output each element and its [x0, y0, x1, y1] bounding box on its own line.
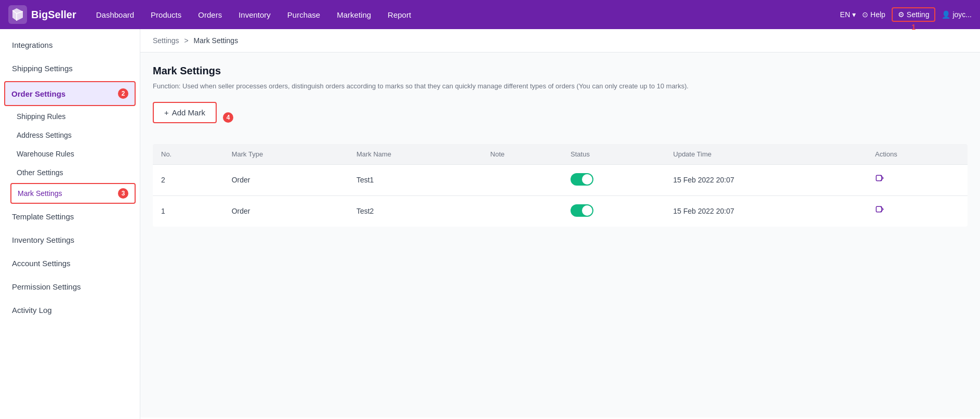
- status-toggle-2[interactable]: [571, 204, 593, 217]
- add-mark-button[interactable]: + Add Mark: [153, 102, 217, 123]
- breadcrumb-separator: >: [184, 36, 188, 45]
- chevron-down-icon: ▾: [852, 10, 856, 19]
- breadcrumb: Settings > Mark Settings: [140, 29, 980, 53]
- main-content: Settings > Mark Settings Mark Settings F…: [140, 29, 980, 419]
- status-toggle-1[interactable]: [571, 173, 593, 186]
- sidebar-item-shipping-settings[interactable]: Shipping Settings: [0, 57, 140, 80]
- user-menu[interactable]: 👤 joyc...: [942, 10, 972, 19]
- col-mark-type: Mark Type: [223, 144, 348, 165]
- language-selector[interactable]: EN ▾: [840, 10, 856, 19]
- cell-update-time-2: 15 Feb 2022 20:07: [665, 195, 867, 227]
- col-no: No.: [153, 144, 223, 165]
- callout-2: 2: [118, 88, 128, 99]
- bigseller-logo-icon: [8, 5, 27, 24]
- help-button[interactable]: ⊙ Help: [862, 10, 885, 19]
- cell-mark-type-2: Order: [223, 195, 348, 227]
- cell-note-2: [482, 195, 563, 227]
- cell-mark-type-1: Order: [223, 164, 348, 195]
- table-header: No. Mark Type Mark Name Note Status Upda…: [153, 144, 968, 165]
- cell-mark-name-2: Test2: [348, 195, 482, 227]
- table-body: 2 Order Test1 15 Feb 2022 20:07: [153, 164, 968, 227]
- col-status: Status: [562, 144, 665, 165]
- nav-dashboard[interactable]: Dashboard: [89, 6, 141, 23]
- sidebar-item-other-settings[interactable]: Other Settings: [0, 163, 140, 182]
- sidebar-item-permission-settings[interactable]: Permission Settings: [0, 275, 140, 298]
- col-note: Note: [482, 144, 563, 165]
- setting-button[interactable]: ⚙ Setting 1: [892, 7, 936, 22]
- nav-items: Dashboard Products Orders Inventory Purc…: [89, 6, 840, 23]
- callout-3: 3: [118, 188, 128, 199]
- plus-icon: +: [164, 108, 169, 117]
- nav-marketing[interactable]: Marketing: [329, 6, 378, 23]
- sidebar: Integrations Shipping Settings Order Set…: [0, 29, 140, 419]
- sidebar-item-mark-settings[interactable]: Mark Settings 3: [10, 183, 136, 204]
- logo[interactable]: BigSeller: [8, 5, 76, 24]
- table-row: 2 Order Test1 15 Feb 2022 20:07: [153, 164, 968, 195]
- nav-right: EN ▾ ⊙ Help ⚙ Setting 1 👤 joyc...: [840, 7, 972, 22]
- cell-note-1: [482, 164, 563, 195]
- nav-orders[interactable]: Orders: [191, 6, 229, 23]
- col-actions: Actions: [867, 144, 968, 165]
- question-circle-icon: ⊙: [862, 10, 868, 19]
- page-description: Function: Used when seller processes ord…: [153, 81, 968, 91]
- page-content: Mark Settings Function: Used when seller…: [140, 53, 980, 417]
- cell-actions-2: [867, 195, 968, 227]
- cell-status-1: [562, 164, 665, 195]
- cell-actions-1: [867, 164, 968, 195]
- sidebar-item-inventory-settings[interactable]: Inventory Settings: [0, 228, 140, 252]
- add-mark-label: Add Mark: [172, 108, 205, 117]
- col-update-time: Update Time: [665, 144, 867, 165]
- page-title: Mark Settings: [153, 65, 968, 77]
- nav-purchase[interactable]: Purchase: [280, 6, 327, 23]
- sidebar-item-account-settings[interactable]: Account Settings: [0, 252, 140, 275]
- edit-icon-1[interactable]: [875, 175, 884, 186]
- marks-table-container: No. Mark Type Mark Name Note Status Upda…: [153, 144, 968, 227]
- cell-update-time-1: 15 Feb 2022 20:07: [665, 164, 867, 195]
- cell-no-1: 2: [153, 164, 223, 195]
- table-row: 1 Order Test2 15 Feb 2022 20:07: [153, 195, 968, 227]
- sidebar-item-template-settings[interactable]: Template Settings: [0, 205, 140, 228]
- nav-products[interactable]: Products: [143, 6, 189, 23]
- cell-no-2: 1: [153, 195, 223, 227]
- edit-icon-2[interactable]: [875, 206, 884, 217]
- sidebar-item-warehouse-rules[interactable]: Warehouse Rules: [0, 145, 140, 163]
- cell-status-2: [562, 195, 665, 227]
- sidebar-item-shipping-rules[interactable]: Shipping Rules: [0, 107, 140, 126]
- main-layout: Integrations Shipping Settings Order Set…: [0, 29, 980, 419]
- sidebar-item-address-settings[interactable]: Address Settings: [0, 126, 140, 145]
- breadcrumb-current: Mark Settings: [194, 36, 239, 45]
- sidebar-item-activity-log[interactable]: Activity Log: [0, 298, 140, 322]
- nav-report[interactable]: Report: [380, 6, 418, 23]
- callout-4: 4: [223, 112, 233, 123]
- sidebar-item-order-settings[interactable]: Order Settings 2: [4, 81, 136, 106]
- callout-1: 1: [911, 23, 916, 31]
- user-icon: 👤: [942, 10, 950, 19]
- marks-table: No. Mark Type Mark Name Note Status Upda…: [153, 144, 968, 227]
- top-navigation: BigSeller Dashboard Products Orders Inve…: [0, 0, 980, 29]
- breadcrumb-root[interactable]: Settings: [153, 36, 179, 45]
- sidebar-item-integrations[interactable]: Integrations: [0, 33, 140, 57]
- cell-mark-name-1: Test1: [348, 164, 482, 195]
- nav-inventory[interactable]: Inventory: [231, 6, 278, 23]
- col-mark-name: Mark Name: [348, 144, 482, 165]
- logo-text: BigSeller: [31, 9, 76, 21]
- gear-icon: ⚙: [898, 10, 905, 19]
